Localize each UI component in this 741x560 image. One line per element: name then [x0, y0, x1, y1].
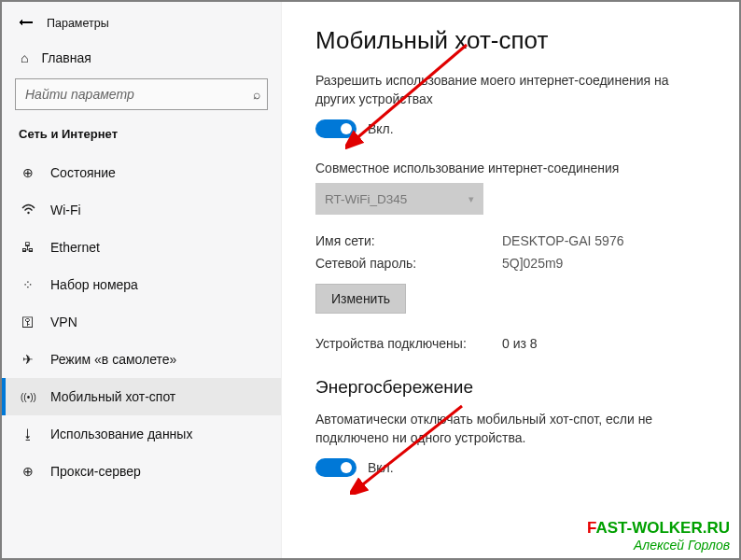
- connection-value: RT-WiFi_D345: [325, 192, 407, 206]
- energy-caption: Автоматически отключать мобильный хот-сп…: [315, 411, 706, 447]
- content-pane: Мобильный хот-спот Разрешить использован…: [282, 2, 739, 558]
- page-title: Мобильный хот-спот: [315, 26, 706, 55]
- sidebar-item-label: Режим «в самолете»: [50, 352, 176, 367]
- hotspot-icon: ((•)): [21, 392, 35, 402]
- home-icon: ⌂: [21, 50, 28, 65]
- sidebar-item-label: Wi-Fi: [50, 203, 81, 217]
- network-name-row: Имя сети: DESKTOP-GAI 5976: [315, 233, 706, 248]
- energy-toggle-label: Вкл.: [368, 460, 394, 475]
- devices-label: Устройства подключены:: [315, 336, 474, 351]
- sidebar-item-label: VPN: [50, 315, 77, 329]
- sidebar-item-vpn[interactable]: ⚿ VPN: [2, 303, 281, 341]
- sidebar-item-label: Прокси-сервер: [50, 464, 141, 479]
- vpn-icon: ⚿: [21, 315, 35, 329]
- home-label: Главная: [41, 50, 91, 65]
- sidebar-item-label: Набор номера: [50, 277, 138, 292]
- energy-toggle[interactable]: [315, 458, 357, 477]
- search-input[interactable]: [15, 78, 268, 110]
- sidebar-item-label: Использование данных: [50, 427, 192, 441]
- sidebar-item-dialup[interactable]: ⁘ Набор номера: [2, 266, 281, 303]
- dialup-icon: ⁘: [21, 277, 35, 292]
- energy-toggle-row: Вкл.: [315, 458, 706, 477]
- network-pass-label: Сетевой пароль:: [315, 256, 474, 271]
- watermark: FAST-WOLKER.RU Алексей Горлов: [587, 519, 730, 553]
- sidebar-item-airplane[interactable]: ✈ Режим «в самолете»: [2, 341, 281, 378]
- watermark-rest: AST-WOLKER.RU: [595, 519, 730, 537]
- share-toggle[interactable]: [315, 119, 357, 138]
- network-name-label: Имя сети:: [315, 233, 474, 248]
- connection-dropdown[interactable]: RT-WiFi_D345 ▾: [315, 183, 483, 215]
- share-toggle-label: Вкл.: [368, 121, 394, 136]
- sidebar-item-label: Состояние: [50, 165, 116, 180]
- proxy-icon: ⊕: [21, 464, 35, 479]
- share-caption: Разрешить использование моего интернет-с…: [315, 72, 706, 108]
- back-icon[interactable]: 🠔: [19, 15, 34, 32]
- watermark-author: Алексей Горлов: [587, 538, 730, 553]
- svg-point-0: [27, 212, 29, 214]
- share-conn-label: Совместное использование интернет-соедин…: [315, 161, 706, 175]
- datausage-icon: ⭳: [21, 427, 35, 441]
- home-link[interactable]: ⌂ Главная: [2, 41, 281, 78]
- sidebar-item-proxy[interactable]: ⊕ Прокси-сервер: [2, 453, 281, 490]
- titlebar: 🠔 Параметры: [2, 2, 281, 41]
- wifi-icon: [21, 203, 35, 217]
- sidebar-category: Сеть и Интернет: [2, 127, 281, 154]
- devices-row: Устройства подключены: 0 из 8: [315, 336, 706, 351]
- sidebar-item-ethernet[interactable]: 🖧 Ethernet: [2, 229, 281, 266]
- search-box[interactable]: ⌕: [15, 78, 268, 110]
- sidebar-item-hotspot[interactable]: ((•)) Мобильный хот-спот: [2, 378, 281, 415]
- sidebar-item-label: Ethernet: [50, 240, 100, 255]
- airplane-icon: ✈: [21, 352, 35, 367]
- app-title: Параметры: [47, 17, 109, 30]
- energy-heading: Энергосбережение: [315, 377, 706, 398]
- network-pass-value: 5Q]025m9: [502, 256, 563, 271]
- sidebar: 🠔 Параметры ⌂ Главная ⌕ Сеть и Интернет …: [2, 2, 282, 558]
- status-icon: ⊕: [21, 165, 35, 180]
- ethernet-icon: 🖧: [21, 240, 35, 255]
- sidebar-item-datausage[interactable]: ⭳ Использование данных: [2, 415, 281, 453]
- network-pass-row: Сетевой пароль: 5Q]025m9: [315, 256, 706, 271]
- network-name-value: DESKTOP-GAI 5976: [502, 233, 623, 248]
- sidebar-item-label: Мобильный хот-спот: [50, 389, 175, 404]
- search-icon: ⌕: [253, 87, 260, 102]
- sidebar-item-wifi[interactable]: Wi-Fi: [2, 191, 281, 229]
- edit-button[interactable]: Изменить: [315, 284, 406, 314]
- share-toggle-row: Вкл.: [315, 119, 706, 138]
- devices-value: 0 из 8: [502, 336, 538, 351]
- chevron-down-icon: ▾: [468, 193, 474, 205]
- sidebar-item-status[interactable]: ⊕ Состояние: [2, 154, 281, 191]
- nav-list: ⊕ Состояние Wi-Fi 🖧 Ethernet ⁘ Набор ном…: [2, 154, 281, 558]
